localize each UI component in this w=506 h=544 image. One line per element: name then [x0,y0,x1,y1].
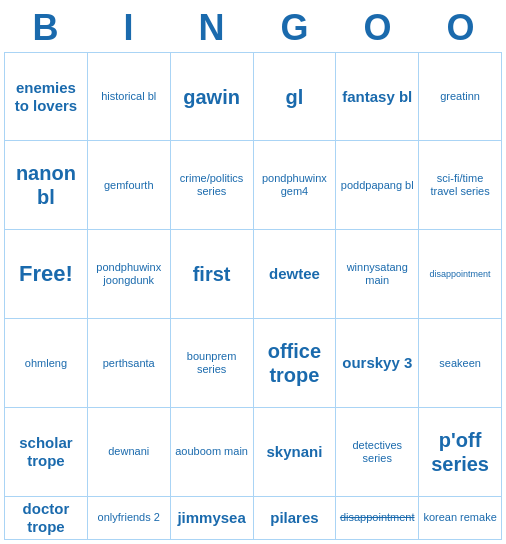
cell-5-5: korean remake [419,497,502,540]
header-n: N [170,4,253,52]
bingo-grid: enemies to lovers historical bl gawin gl… [4,52,502,540]
bingo-header: B I N G O O [4,4,502,52]
cell-3-4: ourskyy 3 [336,319,419,408]
cell-5-3: pilares [254,497,337,540]
cell-5-1: onlyfriends 2 [88,497,171,540]
cell-3-2: bounprem series [171,319,254,408]
cell-2-2: first [171,230,254,319]
cell-0-0: enemies to lovers [5,53,88,142]
cell-1-2: crime/politics series [171,141,254,230]
cell-2-5: disappointment [419,230,502,319]
cell-2-4: winnysatang main [336,230,419,319]
header-b: B [4,4,87,52]
cell-5-2: jimmysea [171,497,254,540]
header-o2: O [419,4,502,52]
cell-4-3: skynani [254,408,337,497]
cell-0-2: gawin [171,53,254,142]
cell-3-3: office trope [254,319,337,408]
cell-1-1: gemfourth [88,141,171,230]
cell-1-0: nanon bl [5,141,88,230]
cell-0-1: historical bl [88,53,171,142]
cell-3-5: seakeen [419,319,502,408]
header-o1: O [336,4,419,52]
cell-3-1: perthsanta [88,319,171,408]
cell-1-4: poddpapang bl [336,141,419,230]
cell-4-4: detectives series [336,408,419,497]
cell-1-5: sci-fi/time travel series [419,141,502,230]
header-g: G [253,4,336,52]
cell-0-5: greatinn [419,53,502,142]
cell-4-1: dewnani [88,408,171,497]
cell-4-5: p'off series [419,408,502,497]
cell-4-2: aouboom main [171,408,254,497]
cell-1-3: pondphuwinx gem4 [254,141,337,230]
header-i: I [87,4,170,52]
cell-2-3: dewtee [254,230,337,319]
cell-0-3: gl [254,53,337,142]
cell-2-0: Free! [5,230,88,319]
cell-5-4: disappointment [336,497,419,540]
cell-3-0: ohmleng [5,319,88,408]
cell-0-4: fantasy bl [336,53,419,142]
cell-2-1: pondphuwinx joongdunk [88,230,171,319]
bingo-card: B I N G O O enemies to lovers historical… [0,0,506,544]
cell-4-0: scholar trope [5,408,88,497]
cell-5-0: doctor trope [5,497,88,540]
